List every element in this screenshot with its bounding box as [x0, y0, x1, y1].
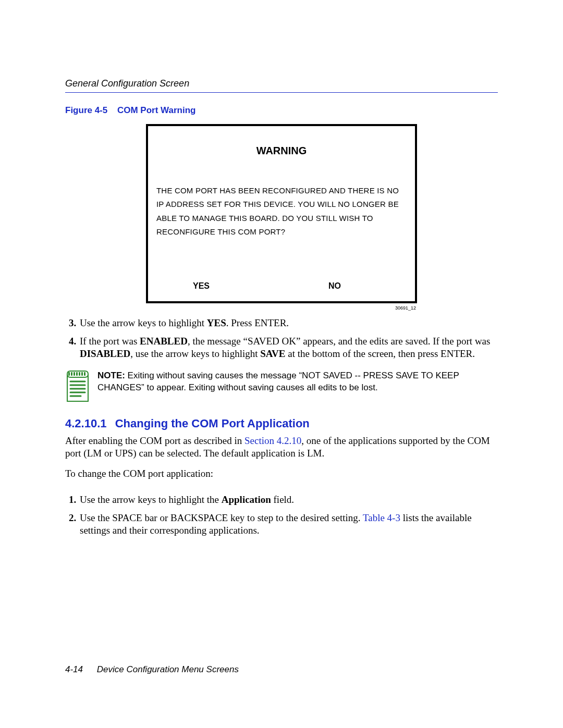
- paragraph-1: After enabling the COM port as described…: [65, 435, 498, 460]
- table-xref[interactable]: Table 4-3: [363, 512, 400, 523]
- terminal-screen: WARNING THE COM PORT HAS BEEN RECONFIGUR…: [146, 124, 417, 303]
- figure-caption: Figure 4-5 COM Port Warning: [65, 105, 498, 116]
- header-rule: [65, 92, 498, 93]
- step-4: If the port was ENABLED, the message “SA…: [79, 335, 498, 361]
- para1-a: After enabling the COM port as described…: [65, 435, 244, 446]
- step-3: Use the arrow keys to highlight YES. Pre…: [79, 317, 498, 330]
- svg-rect-1: [71, 372, 72, 376]
- svg-rect-0: [68, 372, 70, 376]
- figure-id: 30691_12: [395, 305, 416, 311]
- section-heading: 4.2.10.1 Changing the COM Port Applicati…: [65, 417, 498, 430]
- screen-button-row: YES NO: [156, 281, 407, 294]
- paragraph-2: To change the COM port application:: [65, 467, 498, 480]
- b1-b: Application: [222, 494, 271, 505]
- section-number: 4.2.10.1: [65, 417, 107, 430]
- note-text: NOTE: Exiting without saving causes the …: [97, 370, 498, 394]
- note-icon: [65, 370, 90, 402]
- section-xref[interactable]: Section 4.2.10: [244, 435, 301, 446]
- step-3-text-b: . Press ENTER.: [226, 317, 289, 328]
- footer-chapter: Device Configuration Menu Screens: [97, 664, 239, 674]
- step-4-b: ENABLED: [140, 336, 188, 347]
- step-4-e: , use the arrow keys to highlight: [130, 348, 260, 359]
- svg-rect-6: [84, 372, 85, 376]
- page-footer: 4-14 Device Configuration Menu Screens: [65, 664, 239, 675]
- note-block: NOTE: Exiting without saving causes the …: [65, 370, 498, 402]
- b1-c: field.: [271, 494, 294, 505]
- section-title: Changing the COM Port Application: [115, 417, 310, 430]
- step-list-a: Use the arrow keys to highlight YES. Pre…: [65, 317, 498, 361]
- figure-title: COM Port Warning: [117, 105, 195, 115]
- step-4-c: , the message “SAVED OK” appears, and th…: [188, 336, 491, 347]
- svg-rect-5: [81, 372, 83, 376]
- figure-screen-wrap: WARNING THE COM PORT HAS BEEN RECONFIGUR…: [146, 124, 417, 303]
- step-4-g: at the bottom of the screen, then press …: [285, 348, 475, 359]
- page-number: 4-14: [65, 664, 83, 674]
- step-4-d: DISABLED: [80, 348, 130, 359]
- b2-a: Use the SPACE bar or BACKSPACE key to st…: [80, 512, 363, 523]
- step-3-text-a: Use the arrow keys to highlight: [80, 317, 207, 328]
- step-b1: Use the arrow keys to highlight the Appl…: [79, 493, 498, 507]
- screen-warning-title: WARNING: [156, 145, 407, 157]
- step-4-f: SAVE: [260, 348, 285, 359]
- no-option: NO: [282, 281, 407, 291]
- note-lead: NOTE:: [97, 371, 125, 380]
- page: General Configuration Screen Figure 4-5 …: [0, 0, 563, 728]
- svg-rect-2: [74, 372, 75, 376]
- step-4-a: If the port was: [80, 336, 140, 347]
- screen-warning-body: THE COM PORT HAS BEEN RECONFIGURED AND T…: [156, 184, 407, 239]
- running-head: General Configuration Screen: [65, 78, 498, 89]
- note-body: Exiting without saving causes the messag…: [97, 371, 459, 392]
- b1-a: Use the arrow keys to highlight the: [80, 494, 222, 505]
- step-list-b: Use the arrow keys to highlight the Appl…: [65, 493, 498, 537]
- yes-option: YES: [156, 281, 282, 291]
- svg-rect-3: [76, 372, 78, 376]
- figure-label: Figure 4-5: [65, 105, 107, 115]
- step-3-bold: YES: [207, 317, 226, 328]
- step-b2: Use the SPACE bar or BACKSPACE key to st…: [79, 512, 498, 537]
- svg-rect-4: [79, 372, 80, 376]
